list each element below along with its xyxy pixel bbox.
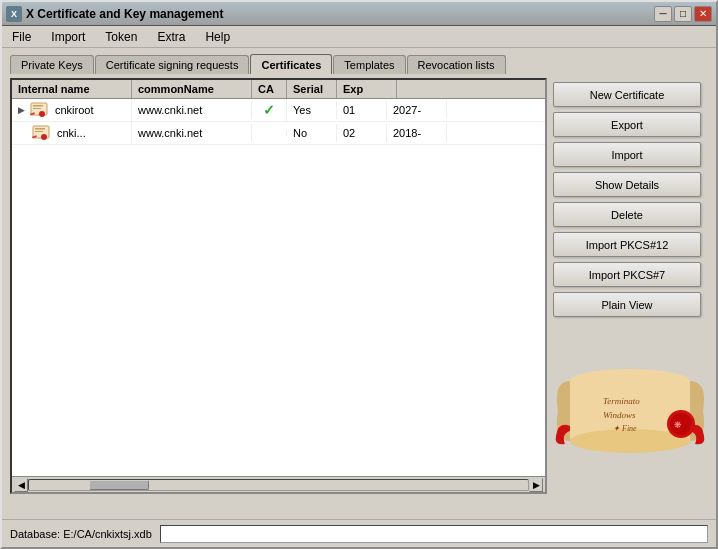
- right-panel: New Certificate Export Import Show Detai…: [553, 78, 708, 494]
- statusbar: Database: E:/CA/cnkixtsj.xdb: [2, 519, 716, 547]
- scroll-left-button[interactable]: ◀: [14, 478, 28, 492]
- svg-rect-1: [33, 105, 43, 107]
- scrollbar-thumb[interactable]: [89, 480, 149, 490]
- svg-text:Terminato: Terminato: [603, 396, 640, 406]
- delete-button[interactable]: Delete: [553, 202, 701, 227]
- cell-ca-0: ✓: [252, 99, 287, 121]
- table-row[interactable]: cnki... www.cnki.net No 02 2018-: [12, 122, 545, 145]
- show-details-button[interactable]: Show Details: [553, 172, 701, 197]
- svg-rect-2: [33, 108, 41, 109]
- cell-serial-1: 02: [337, 124, 387, 142]
- menu-token[interactable]: Token: [99, 28, 143, 46]
- scrollbar-track[interactable]: [28, 479, 529, 491]
- table-row[interactable]: ▶ cnkiroot www.cnki.net ✓: [12, 99, 545, 122]
- close-button[interactable]: ✕: [694, 6, 712, 22]
- menu-import[interactable]: Import: [45, 28, 91, 46]
- svg-point-3: [39, 111, 45, 117]
- new-certificate-button[interactable]: New Certificate: [553, 82, 701, 107]
- table-body: ▶ cnkiroot www.cnki.net ✓: [12, 99, 545, 476]
- svg-text:✦ Fine: ✦ Fine: [613, 424, 637, 433]
- col-serial: Serial: [287, 80, 337, 98]
- import-button[interactable]: Import: [553, 142, 701, 167]
- import-pkcs12-button[interactable]: Import PKCS#12: [553, 232, 701, 257]
- menu-help[interactable]: Help: [199, 28, 236, 46]
- col-common-name: commonName: [132, 80, 252, 98]
- svg-point-8: [41, 134, 47, 140]
- menu-file[interactable]: File: [6, 28, 37, 46]
- app-icon: X: [6, 6, 22, 22]
- export-button[interactable]: Export: [553, 112, 701, 137]
- cell-exp-1: 2018-: [387, 124, 447, 142]
- database-label: Database: E:/CA/cnkixtsj.xdb: [10, 528, 152, 540]
- expand-arrow-icon: ▶: [18, 105, 25, 115]
- menubar: File Import Token Extra Help: [2, 26, 716, 48]
- cell-ca-1: [252, 130, 287, 136]
- cell-internal-1: cnki...: [12, 122, 132, 144]
- tab-revocation[interactable]: Revocation lists: [407, 55, 506, 74]
- svg-rect-6: [35, 128, 45, 130]
- col-ca: CA: [252, 80, 287, 98]
- cell-exp-serial-0: 01: [337, 101, 387, 119]
- cell-common-1: www.cnki.net: [132, 124, 252, 142]
- plain-view-button[interactable]: Plain View: [553, 292, 701, 317]
- minimize-button[interactable]: ─: [654, 6, 672, 22]
- horizontal-scrollbar[interactable]: ◀ ▶: [12, 476, 545, 492]
- cell-exp-0: 2027-: [387, 101, 447, 119]
- checkmark-icon: ✓: [263, 102, 275, 118]
- cell-internal-0: ▶ cnkiroot: [12, 99, 132, 121]
- tabs-row: Private Keys Certificate signing request…: [2, 48, 716, 74]
- svg-text:❋: ❋: [674, 420, 682, 430]
- import-pkcs7-button[interactable]: Import PKCS#7: [553, 262, 701, 287]
- tab-private-keys[interactable]: Private Keys: [10, 55, 94, 74]
- status-input[interactable]: [160, 525, 708, 543]
- cell-serial-0: Yes: [287, 101, 337, 119]
- table-header: Internal name commonName CA Serial Exp: [12, 80, 545, 99]
- tab-certificates[interactable]: Certificates: [250, 54, 332, 74]
- menu-extra[interactable]: Extra: [151, 28, 191, 46]
- certificate-image-area: Terminato Windows ✦ Fine ❋: [553, 332, 708, 494]
- titlebar: X X Certificate and Key management ─ □ ✕: [2, 2, 716, 26]
- window-controls: ─ □ ✕: [654, 6, 712, 22]
- scroll-right-button[interactable]: ▶: [529, 478, 543, 492]
- cell-common-0: www.cnki.net: [132, 101, 252, 119]
- certificate-scroll-image: Terminato Windows ✦ Fine ❋: [553, 366, 708, 461]
- svg-text:Windows: Windows: [603, 410, 636, 420]
- cert-icon-1: [31, 125, 53, 141]
- tab-csr[interactable]: Certificate signing requests: [95, 55, 250, 74]
- col-exp: Exp: [337, 80, 397, 98]
- maximize-button[interactable]: □: [674, 6, 692, 22]
- main-content: Internal name commonName CA Serial Exp ▶: [2, 74, 716, 494]
- cert-icon-0: [29, 102, 51, 118]
- svg-rect-7: [35, 131, 43, 132]
- cell-no-1: No: [287, 124, 337, 142]
- col-internal-name: Internal name: [12, 80, 132, 98]
- tab-templates[interactable]: Templates: [333, 55, 405, 74]
- titlebar-title: X Certificate and Key management: [26, 7, 223, 21]
